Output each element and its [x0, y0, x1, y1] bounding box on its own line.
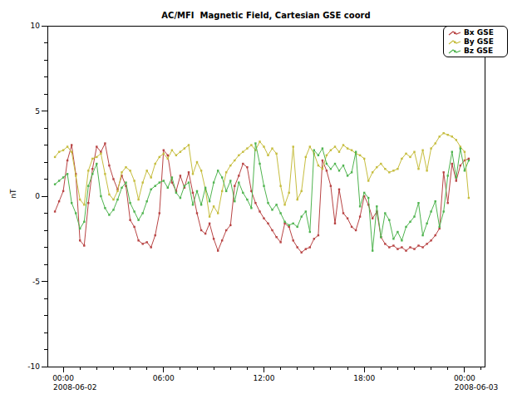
svg-text:00:00: 00:00	[52, 374, 74, 382]
legend-row-bx: Bx GSE	[448, 28, 507, 37]
svg-text:-5: -5	[32, 278, 40, 286]
bx-series-marker-icon	[448, 30, 461, 37]
svg-text:00:00: 00:00	[454, 374, 475, 382]
svg-text:10: 10	[31, 22, 41, 30]
legend-label-bz: Bz GSE	[464, 47, 493, 56]
legend-row-bz: Bz GSE	[448, 47, 507, 56]
svg-text:-10: -10	[27, 362, 40, 371]
svg-text:5: 5	[35, 107, 40, 116]
svg-text:2008-06-03: 2008-06-03	[455, 383, 498, 392]
plot-window: AC/MFI Magnetic Field, Cartesian GSE coo…	[0, 0, 532, 399]
magnetic-field-plot: 00:002008-06-0206:0012:0018:0000:002008-…	[0, 0, 532, 399]
svg-text:12:00: 12:00	[254, 374, 275, 382]
svg-text:18:00: 18:00	[353, 374, 375, 382]
y-axis-label: nT	[9, 185, 17, 202]
legend-row-by: By GSE	[448, 37, 507, 47]
svg-text:2008-06-02: 2008-06-02	[53, 383, 96, 392]
legend-label-by: By GSE	[464, 37, 494, 47]
legend-label-bx: Bx GSE	[464, 28, 494, 37]
svg-text:0: 0	[35, 192, 40, 200]
svg-text:06:00: 06:00	[153, 374, 175, 382]
bz-series-marker-icon	[448, 48, 461, 55]
by-series-marker-icon	[448, 39, 461, 46]
legend: Bx GSE By GSE Bz GSE	[443, 26, 508, 57]
